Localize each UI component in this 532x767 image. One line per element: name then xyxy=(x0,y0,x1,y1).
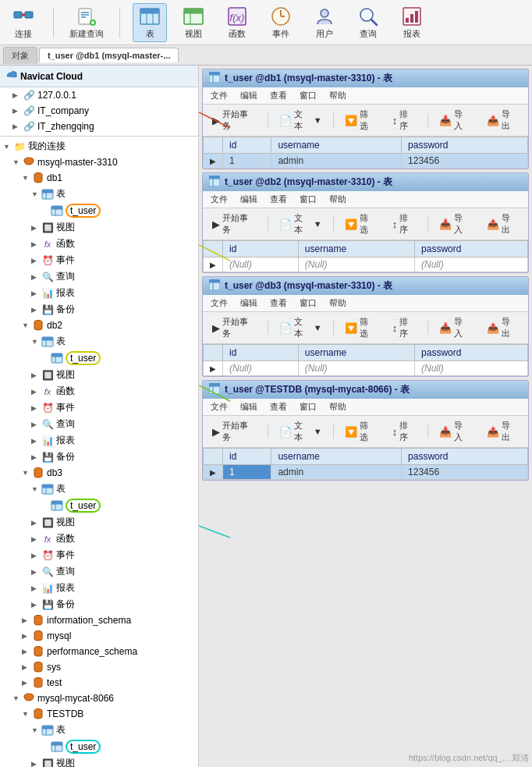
sidebar-item-db1-funcs[interactable]: ▶ fx 函数 xyxy=(0,236,198,252)
sidebar-item-test[interactable]: ▶ test xyxy=(0,675,198,691)
sidebar-item-db2-tables[interactable]: ▼ 表 xyxy=(0,333,198,350)
menu-edit-db1[interactable]: 编辑 xyxy=(239,89,259,102)
toolbar-function[interactable]: f(x) 函数 xyxy=(220,4,254,41)
sidebar-item-db3-t-user[interactable]: t_user xyxy=(0,497,198,514)
menu-help-db1[interactable]: 帮助 xyxy=(328,89,348,102)
table-row[interactable]: ▶ 1 admin 123456 xyxy=(204,154,528,169)
cell-password-testdb-1[interactable]: 123456 xyxy=(402,465,528,480)
btn-begin-tx-db3[interactable]: ▶ 开始事务 xyxy=(207,314,261,342)
menu-window-db2[interactable]: 窗口 xyxy=(298,193,318,206)
sidebar-item-db3-backup[interactable]: ▶ 💾 备份 xyxy=(0,596,198,613)
sidebar-item-db2-t-user[interactable]: t_user xyxy=(0,350,198,367)
sidebar-item-it-zq[interactable]: ▶ 🔗 IT_zhengqing xyxy=(0,119,198,134)
menu-help-testdb[interactable]: 帮助 xyxy=(328,400,348,414)
menu-view-db1[interactable]: 查看 xyxy=(268,89,289,102)
sidebar-item-db2-views[interactable]: ▶ 🔲 视图 xyxy=(0,367,198,383)
sidebar-item-db2-queries[interactable]: ▶ 🔍 查询 xyxy=(0,416,198,432)
btn-import-db2[interactable]: 📥 导入 xyxy=(434,210,476,238)
sidebar-item-perf-schema[interactable]: ▶ performance_schema xyxy=(0,644,198,659)
toolbar-event[interactable]: 事件 xyxy=(264,4,298,41)
btn-begin-tx-db1[interactable]: ▶ 开始事务 xyxy=(207,106,261,134)
sidebar-item-db3-tables[interactable]: ▼ 表 xyxy=(0,481,198,497)
btn-import-db1[interactable]: 📥 导入 xyxy=(434,106,476,134)
sidebar-item-db1-events[interactable]: ▶ ⏰ 事件 xyxy=(0,252,198,268)
menu-view-db3[interactable]: 查看 xyxy=(268,297,289,310)
sidebar-item-db2-backup[interactable]: ▶ 💾 备份 xyxy=(0,449,198,465)
sidebar-item-db1-reports[interactable]: ▶ 📊 报表 xyxy=(0,285,198,301)
btn-filter-db3[interactable]: 🔽 筛选 xyxy=(340,314,381,342)
toolbar-table[interactable]: 表 xyxy=(133,3,167,42)
menu-view-db2[interactable]: 查看 xyxy=(268,193,289,206)
table-row[interactable]: ▶ 1 admin 123456 xyxy=(204,465,528,480)
btn-text-db2[interactable]: 📄 文本 ▼ xyxy=(275,210,327,238)
table-row[interactable]: ▶ (Null) (Null) (Null) xyxy=(204,361,528,376)
cell-id-db3-1[interactable]: (Null) xyxy=(223,361,299,376)
sidebar-item-db2[interactable]: ▼ db2 xyxy=(0,318,198,333)
sidebar-item-my-conn[interactable]: ▼ 📁 我的连接 xyxy=(0,138,198,154)
sidebar-item-db2-funcs[interactable]: ▶ fx 函数 xyxy=(0,383,198,399)
sidebar-item-info-schema[interactable]: ▶ information_schema xyxy=(0,613,198,628)
cell-username-db1-1[interactable]: admin xyxy=(271,154,402,169)
btn-begin-tx-testdb[interactable]: ▶ 开始事务 xyxy=(207,417,261,446)
btn-export-db1[interactable]: 📤 导出 xyxy=(482,106,523,134)
btn-sort-testdb[interactable]: ↕ 排序 xyxy=(388,417,421,446)
sidebar-item-db3-queries[interactable]: ▶ 🔍 查询 xyxy=(0,563,198,580)
sidebar-item-testdb-views[interactable]: ▶ 🔲 视图 xyxy=(0,755,198,767)
toolbar-report[interactable]: 报表 xyxy=(395,4,429,41)
cell-id-db2-1[interactable]: (Null) xyxy=(223,257,299,272)
btn-text-testdb[interactable]: 📄 文本 ▼ xyxy=(275,417,327,446)
menu-edit-db3[interactable]: 编辑 xyxy=(239,297,259,310)
btn-filter-db1[interactable]: 🔽 筛选 xyxy=(340,106,381,134)
menu-file-db2[interactable]: 文件 xyxy=(209,193,229,206)
btn-import-testdb[interactable]: 📥 导入 xyxy=(434,417,476,446)
menu-file-db1[interactable]: 文件 xyxy=(209,89,229,102)
cell-password-db1-1[interactable]: 123456 xyxy=(402,154,528,169)
btn-export-db2[interactable]: 📤 导出 xyxy=(482,210,523,238)
cell-id-testdb-1[interactable]: 1 xyxy=(223,465,271,480)
cell-password-db3-1[interactable]: (Null) xyxy=(415,361,528,376)
table-row[interactable]: ▶ (Null) (Null) (Null) xyxy=(204,257,528,272)
cell-username-testdb-1[interactable]: admin xyxy=(271,465,402,480)
menu-help-db3[interactable]: 帮助 xyxy=(328,297,348,310)
sidebar-item-db3[interactable]: ▼ db3 xyxy=(0,465,198,481)
btn-filter-db2[interactable]: 🔽 筛选 xyxy=(340,210,381,238)
btn-text-db3[interactable]: 📄 文本 ▼ xyxy=(275,314,327,342)
menu-file-testdb[interactable]: 文件 xyxy=(209,400,229,414)
menu-view-testdb[interactable]: 查看 xyxy=(268,400,289,414)
sidebar-item-it-company[interactable]: ▶ 🔗 IT_company xyxy=(0,103,198,119)
sidebar-item-testdb[interactable]: ▼ TESTDB xyxy=(0,706,198,722)
sidebar-item-db1-backup[interactable]: ▶ 💾 备份 xyxy=(0,301,198,318)
btn-text-db1[interactable]: 📄 文本 ▼ xyxy=(275,106,327,134)
toolbar-connect[interactable]: 连接 xyxy=(6,4,41,41)
btn-export-testdb[interactable]: 📤 导出 xyxy=(482,417,523,446)
sidebar-item-db3-events[interactable]: ▶ ⏰ 事件 xyxy=(0,547,198,563)
tab-object[interactable]: 对象 xyxy=(3,47,37,64)
menu-help-db2[interactable]: 帮助 xyxy=(328,193,348,206)
sidebar-item-127[interactable]: ▶ 🔗 127.0.0.1 xyxy=(0,87,198,103)
sidebar-item-mysql-mycat[interactable]: ▼ mysql-mycat-8066 xyxy=(0,691,198,706)
btn-sort-db1[interactable]: ↕ 排序 xyxy=(388,106,421,134)
btn-filter-testdb[interactable]: 🔽 筛选 xyxy=(340,417,381,446)
sidebar-item-db3-views[interactable]: ▶ 🔲 视图 xyxy=(0,514,198,531)
menu-edit-testdb[interactable]: 编辑 xyxy=(239,400,259,414)
sidebar-item-mysql-db[interactable]: ▶ mysql xyxy=(0,628,198,644)
cell-username-db3-1[interactable]: (Null) xyxy=(298,361,414,376)
menu-window-testdb[interactable]: 窗口 xyxy=(298,400,318,414)
sidebar-item-db1[interactable]: ▼ db1 xyxy=(0,170,198,186)
btn-begin-tx-db2[interactable]: ▶ 开始事务 xyxy=(207,210,261,238)
sidebar-item-db3-funcs[interactable]: ▶ fx 函数 xyxy=(0,531,198,547)
menu-edit-db2[interactable]: 编辑 xyxy=(239,193,259,206)
sidebar-item-db2-reports[interactable]: ▶ 📊 报表 xyxy=(0,432,198,449)
cell-username-db2-1[interactable]: (Null) xyxy=(298,257,414,272)
btn-import-db3[interactable]: 📥 导入 xyxy=(434,314,476,342)
btn-sort-db3[interactable]: ↕ 排序 xyxy=(388,314,421,342)
sidebar-item-db1-tables[interactable]: ▼ 表 xyxy=(0,186,198,202)
cell-id-db1-1[interactable]: 1 xyxy=(223,154,271,169)
sidebar-item-testdb-tables[interactable]: ▼ 表 xyxy=(0,722,198,738)
menu-window-db3[interactable]: 窗口 xyxy=(298,297,318,310)
btn-export-db3[interactable]: 📤 导出 xyxy=(482,314,523,342)
menu-file-db3[interactable]: 文件 xyxy=(209,297,229,310)
tab-t-user-db1[interactable]: t_user @db1 (msyql-master-... xyxy=(39,48,179,62)
toolbar-new-query[interactable]: 新建查询 xyxy=(66,4,107,41)
sidebar-item-testdb-t-user[interactable]: t_user xyxy=(0,738,198,755)
